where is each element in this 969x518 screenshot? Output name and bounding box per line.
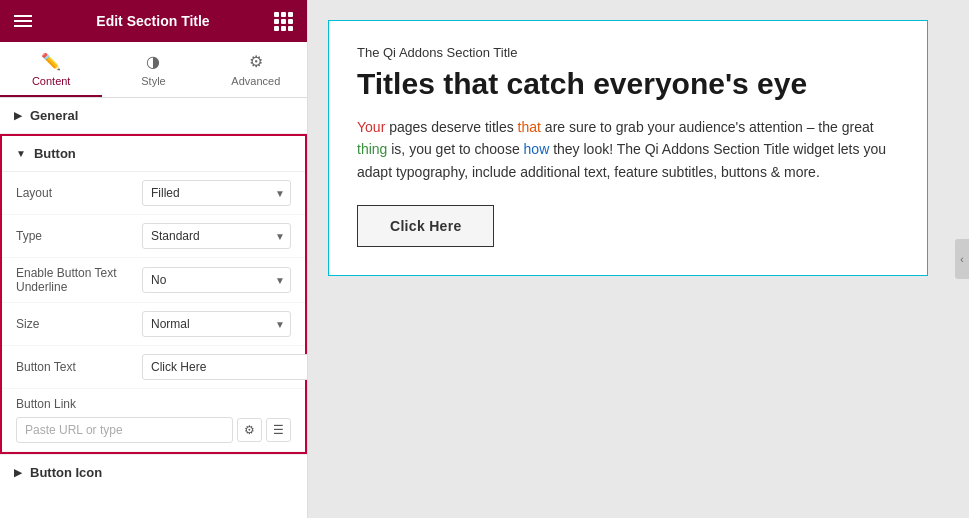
right-area: The Qi Addons Section Title Titles that …: [308, 0, 969, 518]
desc-p2: are sure to grab your audience's attenti…: [545, 119, 874, 135]
tab-advanced[interactable]: ⚙ Advanced: [205, 42, 307, 97]
tab-style-label: Style: [141, 75, 165, 87]
layout-label: Layout: [16, 186, 136, 200]
type-label: Type: [16, 229, 136, 243]
button-link-label: Button Link: [16, 397, 291, 411]
card-title: Titles that catch everyone's eye: [357, 66, 899, 102]
underline-label: Enable Button Text Underline: [16, 266, 136, 294]
tab-content[interactable]: ✏️ Content: [0, 42, 102, 97]
button-text-input[interactable]: [142, 354, 307, 380]
button-link-field: Button Link ⚙ ☰: [2, 389, 305, 452]
underline-field: Enable Button Text Underline No Yes ▼: [2, 258, 305, 303]
type-select-wrapper: Standard Custom ▼: [142, 223, 291, 249]
desc-that: that: [518, 119, 541, 135]
general-section-header[interactable]: ▶ General: [0, 98, 307, 134]
underline-select[interactable]: No Yes: [142, 267, 291, 293]
layout-select-wrapper: Filled Outlined Text ▼: [142, 180, 291, 206]
tab-content-label: Content: [32, 75, 71, 87]
content-card: The Qi Addons Section Title Titles that …: [328, 20, 928, 276]
size-control: Normal Small Large ▼: [142, 311, 291, 337]
grid-icon[interactable]: [274, 12, 293, 31]
desc-your: Your: [357, 119, 385, 135]
content-icon: ✏️: [41, 52, 61, 71]
button-text-control: ☰: [142, 354, 307, 380]
button-icon-section-label: Button Icon: [30, 465, 102, 480]
preview-click-here-button[interactable]: Click Here: [357, 205, 494, 247]
button-arrow-icon: ▼: [16, 148, 26, 159]
layout-field: Layout Filled Outlined Text ▼: [2, 172, 305, 215]
hamburger-menu-icon[interactable]: [14, 15, 32, 27]
button-link-settings-icon[interactable]: ⚙: [237, 418, 262, 442]
panel-content: ▶ General ▼ Button Layout Filled Outline…: [0, 98, 307, 518]
button-text-field: Button Text ☰: [2, 346, 305, 389]
button-icon-arrow-icon: ▶: [14, 467, 22, 478]
advanced-icon: ⚙: [249, 52, 263, 71]
desc-p3: is, you get to choose: [391, 141, 523, 157]
desc-how: how: [524, 141, 550, 157]
general-section-label: General: [30, 108, 78, 123]
panel-tabs: ✏️ Content ◑ Style ⚙ Advanced: [0, 42, 307, 98]
underline-select-wrapper: No Yes ▼: [142, 267, 291, 293]
size-field: Size Normal Small Large ▼: [2, 303, 305, 346]
tab-advanced-label: Advanced: [231, 75, 280, 87]
card-description: Your pages deserve titles that are sure …: [357, 116, 899, 183]
type-control: Standard Custom ▼: [142, 223, 291, 249]
size-select[interactable]: Normal Small Large: [142, 311, 291, 337]
panel-title: Edit Section Title: [96, 13, 209, 29]
button-link-input-row: ⚙ ☰: [16, 417, 291, 443]
style-icon: ◑: [146, 52, 160, 71]
button-link-options-icon[interactable]: ☰: [266, 418, 291, 442]
desc-p1: pages deserve titles: [389, 119, 517, 135]
button-section-label: Button: [34, 146, 76, 161]
card-subtitle: The Qi Addons Section Title: [357, 45, 899, 60]
panel-header: Edit Section Title: [0, 0, 307, 42]
type-field: Type Standard Custom ▼: [2, 215, 305, 258]
general-arrow-icon: ▶: [14, 110, 22, 121]
type-select[interactable]: Standard Custom: [142, 223, 291, 249]
button-section-header[interactable]: ▼ Button: [2, 136, 305, 172]
button-text-label: Button Text: [16, 360, 136, 374]
collapse-panel-handle[interactable]: ‹: [955, 239, 969, 279]
desc-thing: thing: [357, 141, 387, 157]
button-section: ▼ Button Layout Filled Outlined Text ▼: [0, 134, 307, 454]
layout-select[interactable]: Filled Outlined Text: [142, 180, 291, 206]
size-select-wrapper: Normal Small Large ▼: [142, 311, 291, 337]
layout-control: Filled Outlined Text ▼: [142, 180, 291, 206]
size-label: Size: [16, 317, 136, 331]
tab-style[interactable]: ◑ Style: [102, 42, 204, 97]
left-panel: Edit Section Title ✏️ Content ◑ Style ⚙ …: [0, 0, 308, 518]
button-link-input[interactable]: [16, 417, 233, 443]
button-icon-section-header[interactable]: ▶ Button Icon: [0, 454, 307, 490]
underline-control: No Yes ▼: [142, 267, 291, 293]
